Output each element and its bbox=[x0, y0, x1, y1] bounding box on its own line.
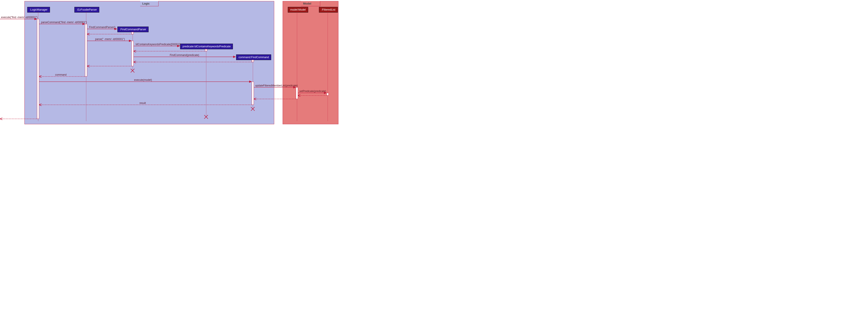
activation-findcmd-create bbox=[252, 60, 254, 62]
logic-frame: Logic bbox=[25, 1, 274, 124]
activation-model bbox=[296, 87, 298, 99]
lifeline-filtered-list bbox=[328, 12, 328, 121]
activation-fcp-create bbox=[131, 32, 134, 34]
msg-result-return: result bbox=[140, 101, 146, 104]
msg-command-return: command bbox=[55, 73, 67, 76]
participant-filtered-list: :FilteredList bbox=[319, 7, 338, 12]
msg-predicate-ctor: IdContainsKeywordsPredicate([00001]) bbox=[135, 43, 181, 46]
activation-filtered-list bbox=[327, 93, 329, 96]
activation-fcp-parse bbox=[131, 41, 134, 66]
participant-find-command-parser: :FindCommandParser bbox=[117, 27, 149, 32]
msg-update-filtered: updateFilteredMemberList(predicate) bbox=[255, 84, 298, 87]
participant-logic-manager: :LogicManager bbox=[27, 7, 50, 12]
lifeline-model bbox=[297, 12, 297, 121]
logic-frame-label: Logic bbox=[140, 1, 159, 6]
activation-predicate bbox=[205, 49, 207, 51]
model-frame: Model bbox=[283, 1, 338, 124]
participant-predicate: predicate:IdContainsKeywordsPredicate bbox=[180, 44, 233, 49]
sequence-diagram: Logic Model :LogicManager :EzFoodieParse… bbox=[0, 0, 340, 125]
participant-find-command: command:FindCommand bbox=[236, 55, 271, 60]
msg-fcp-ctor: FindCommandParser() bbox=[89, 26, 116, 29]
msg-set-predicate: setPredicate(predicate) bbox=[299, 90, 326, 93]
msg-findcmd-ctor: FindCommand(predicate) bbox=[170, 54, 199, 57]
participant-ezfoodie-parser: :EzFoodieParser bbox=[74, 7, 99, 12]
participant-model: model:Model bbox=[288, 7, 308, 12]
activation-findcmd-exec bbox=[252, 82, 254, 105]
activation-logic-manager bbox=[37, 19, 39, 119]
msg-parse: parse(" -mem/ -id/00001") bbox=[95, 38, 125, 41]
msg-parse-command: parseCommand("find -mem/ -id/00001") bbox=[41, 21, 87, 24]
activation-ezfoodie-parser bbox=[85, 24, 87, 76]
model-frame-label: Model bbox=[301, 1, 320, 6]
msg-execute-model: execute(model) bbox=[134, 78, 152, 82]
msg-execute-in: execute("find -mem/ -id/00001") bbox=[1, 16, 38, 19]
